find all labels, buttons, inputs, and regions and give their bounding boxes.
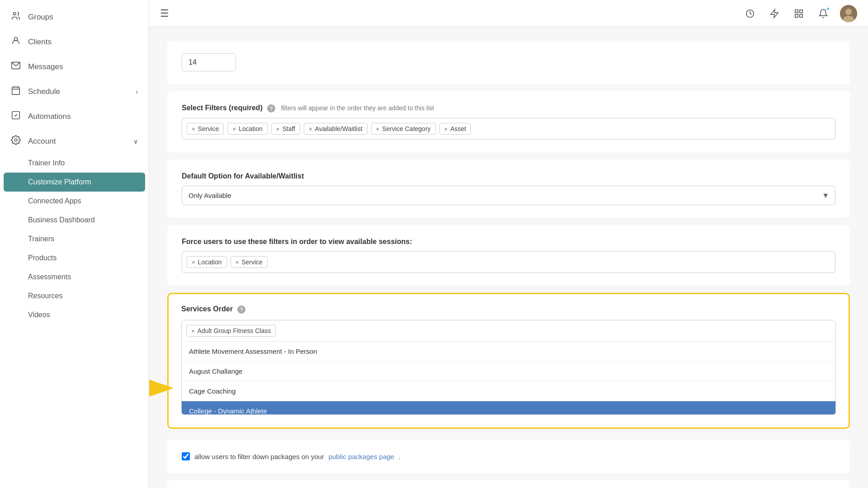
sidebar-item-automations[interactable]: Automations [0, 104, 149, 129]
chevron-down-icon: ∨ [133, 138, 138, 145]
sidebar-item-label: Schedule [28, 87, 60, 96]
sidebar-sub-item-label: Trainers [28, 235, 54, 243]
selected-service-tag[interactable]: × Adult Group Fitness Class [186, 325, 276, 337]
sidebar-sub-item-business-dashboard[interactable]: Business Dashboard [0, 211, 149, 230]
force-users-label: Force users to use these filters in orde… [182, 238, 835, 246]
remove-force-location-tag[interactable]: × [192, 259, 195, 266]
select-filters-label: Select Filters (required) ? filters will… [182, 104, 835, 113]
svg-marker-10 [771, 9, 778, 17]
sidebar-item-account[interactable]: Account ∨ [0, 129, 149, 154]
services-order-label: Services Order ? [181, 305, 836, 314]
force-users-section: Force users to use these filters in orde… [167, 225, 850, 286]
packages-period: . [399, 453, 401, 460]
page-count-section: 14 [167, 41, 850, 84]
sidebar-sub-item-videos[interactable]: Videos [0, 305, 149, 324]
sidebar-item-schedule[interactable]: Schedule › [0, 79, 149, 104]
checkbox-icon [11, 110, 21, 122]
default-option-section: Default Option for Available/Waitlist On… [167, 160, 850, 218]
calendar-icon [11, 85, 21, 98]
default-option-dropdown[interactable]: Only Available Only Waitlist Both ▼ [182, 186, 835, 205]
sidebar-item-label: Automations [28, 112, 71, 121]
sidebar-item-label: Account [28, 137, 56, 146]
filters-tags-row: ×Service ×Location ×Staff ×Available/Wai… [182, 118, 835, 140]
force-filter-tag-location[interactable]: ×Location [187, 256, 227, 268]
sidebar-sub-item-label: Connected Apps [28, 197, 81, 205]
page-count-input[interactable]: 14 [182, 53, 236, 71]
sidebar-sub-item-label: Videos [28, 311, 50, 319]
select-filters-hint: filters will appear in the order they ar… [281, 104, 434, 112]
listbox-item-august-challenge[interactable]: August Challange [182, 361, 835, 381]
sidebar-sub-item-label: Assessments [28, 273, 71, 281]
sidebar-sub-item-assessments[interactable]: Assessments [0, 267, 149, 286]
grid-icon[interactable] [791, 6, 807, 21]
notifications-icon[interactable] [816, 6, 831, 21]
notification-badge [826, 7, 830, 11]
sidebar-sub-item-connected-apps[interactable]: Connected Apps [0, 192, 149, 211]
sidebar-sub-item-label: Trainer Info [28, 159, 65, 167]
sidebar-item-messages[interactable]: Messages [0, 54, 149, 79]
sidebar-item-label: Groups [28, 13, 53, 22]
remove-service-category-tag[interactable]: × [376, 126, 380, 132]
remove-asset-tag[interactable]: × [444, 126, 448, 132]
svg-point-0 [14, 13, 16, 15]
select-filters2-section: Select Filters (required) ? filters will… [167, 480, 850, 488]
user-avatar[interactable] [840, 5, 857, 22]
filter-tag-location[interactable]: ×Location [227, 123, 268, 135]
services-order-help[interactable]: ? [237, 305, 245, 314]
filter-tag-service-category[interactable]: ×Service Category [371, 123, 436, 135]
services-order-section: Services Order ? × Adult Group Fitness C… [167, 293, 850, 429]
listbox-item-cage-coaching[interactable]: Cage Coaching [182, 381, 835, 401]
filter-tag-service[interactable]: ×Service [187, 123, 224, 135]
default-option-select[interactable]: Only Available Only Waitlist Both [182, 186, 835, 205]
svg-rect-13 [795, 14, 798, 17]
packages-checkbox-label: allow users to filter down packages on y… [194, 453, 324, 460]
svg-rect-3 [12, 87, 20, 95]
remove-service-tag[interactable]: × [192, 126, 195, 132]
listbox-item-college-dynamic[interactable]: College - Dynamic Athlete [182, 401, 835, 415]
services-listbox[interactable]: × Adult Group Fitness Class Athlete Move… [181, 320, 836, 415]
remove-location-tag[interactable]: × [232, 126, 236, 132]
sidebar-sub-item-resources[interactable]: Resources [0, 286, 149, 305]
sidebar: Groups Clients Messages Schedule › Autom… [0, 0, 149, 488]
sidebar-sub-item-customize-platform[interactable]: Customize Platform [4, 173, 145, 192]
remove-adult-group-tag[interactable]: × [191, 328, 195, 334]
filter-tag-available-waitlist[interactable]: ×Available/Waitlist [304, 123, 368, 135]
top-nav: ☰ [149, 0, 868, 27]
packages-checkbox[interactable] [182, 452, 190, 460]
remove-force-service-tag[interactable]: × [236, 259, 239, 266]
select-filters-help[interactable]: ? [267, 104, 275, 113]
default-option-label: Default Option for Available/Waitlist [182, 172, 835, 180]
filter-tag-staff[interactable]: ×Staff [271, 123, 300, 135]
listbox-item-athlete-movement[interactable]: Athlete Movement Assessment - In Person [182, 342, 835, 361]
svg-rect-11 [795, 9, 798, 12]
listbox-selected-tags: × Adult Group Fitness Class [182, 320, 835, 342]
filter-tag-asset[interactable]: ×Asset [439, 123, 472, 135]
public-packages-link[interactable]: public packages page [329, 453, 394, 460]
remove-staff-tag[interactable]: × [276, 126, 280, 132]
svg-rect-14 [800, 14, 802, 17]
gear-icon [11, 135, 21, 147]
mail-icon [11, 61, 21, 73]
packages-section: allow users to filter down packages on y… [167, 440, 850, 473]
person-icon [11, 36, 21, 48]
hamburger-menu-button[interactable]: ☰ [160, 8, 169, 19]
sidebar-sub-item-trainers[interactable]: Trainers [0, 230, 149, 249]
force-filter-tag-service[interactable]: ×Service [231, 256, 268, 268]
lightning-icon[interactable] [767, 6, 782, 21]
sidebar-item-clients[interactable]: Clients [0, 29, 149, 54]
sidebar-sub-item-label: Products [28, 254, 57, 262]
sidebar-sub-item-trainer-info[interactable]: Trainer Info [0, 154, 149, 173]
sidebar-sub-item-products[interactable]: Products [0, 249, 149, 267]
remove-available-tag[interactable]: × [309, 126, 312, 132]
groups-icon [11, 11, 21, 23]
sidebar-item-groups[interactable]: Groups [0, 5, 149, 29]
svg-point-8 [14, 139, 17, 141]
force-filters-tags-row: ×Location ×Service [182, 251, 835, 273]
history-icon[interactable] [742, 6, 758, 21]
chevron-right-icon: › [136, 88, 138, 95]
sidebar-sub-item-label: Business Dashboard [28, 216, 95, 224]
svg-point-16 [845, 9, 852, 15]
sidebar-item-label: Clients [28, 38, 52, 47]
sidebar-item-label: Messages [28, 62, 63, 71]
main-content: 14 Select Filters (required) ? filters w… [149, 27, 868, 488]
